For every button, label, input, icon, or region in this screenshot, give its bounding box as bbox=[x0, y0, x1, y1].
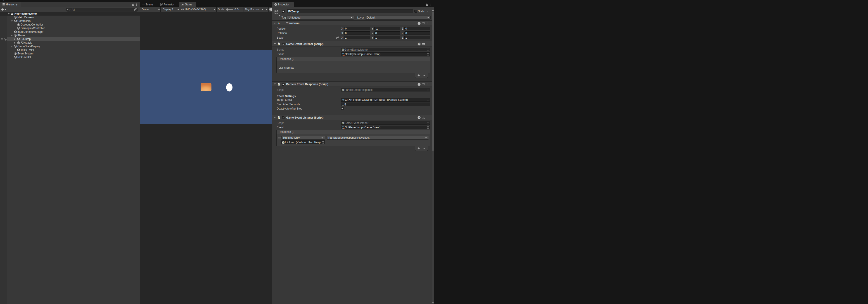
svg-text:{}: {} bbox=[343, 54, 345, 56]
svg-text:#: # bbox=[283, 142, 284, 144]
svg-text:#: # bbox=[278, 117, 279, 119]
svg-text:#: # bbox=[342, 49, 344, 51]
svg-text:?: ? bbox=[418, 116, 420, 119]
svg-text:?: ? bbox=[418, 43, 420, 45]
svg-text:#: # bbox=[342, 89, 344, 91]
svg-text:?: ? bbox=[418, 83, 420, 86]
svg-text:#: # bbox=[278, 43, 279, 45]
svg-text:#: # bbox=[342, 122, 344, 124]
svg-text:#: # bbox=[278, 83, 279, 86]
svg-text:{}: {} bbox=[343, 127, 345, 129]
svg-text:?: ? bbox=[418, 22, 420, 25]
